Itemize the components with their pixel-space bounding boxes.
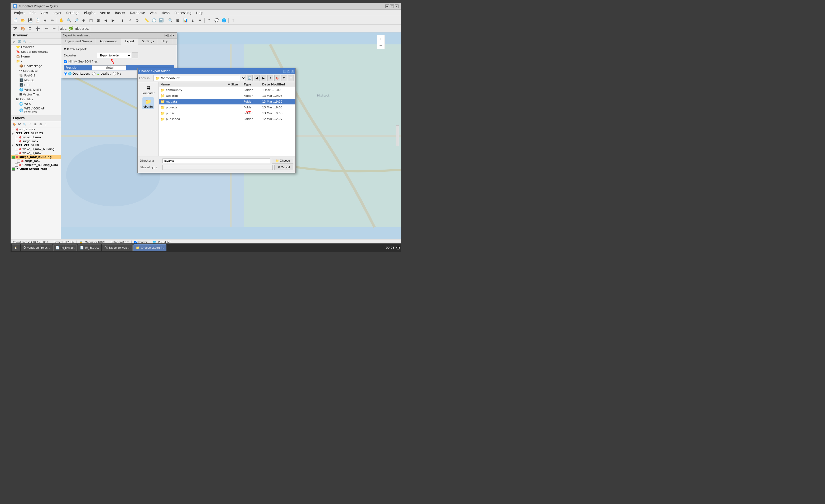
browser-filter-btn[interactable]: 🔍 xyxy=(22,39,27,44)
menu-processing[interactable]: Processing xyxy=(172,11,193,15)
refresh-btn[interactable]: 🔄 xyxy=(158,17,165,24)
save-as-btn[interactable]: 📋 xyxy=(34,17,41,24)
undo-btn[interactable]: ↩ xyxy=(43,25,50,32)
shortcut-ubuntu[interactable]: 📁 ubuntu xyxy=(142,97,154,109)
identify-btn[interactable]: ℹ xyxy=(119,17,126,24)
zoom-in-btn[interactable]: 🔍 xyxy=(65,17,72,24)
layer-check-6[interactable]: ✓ xyxy=(12,156,15,159)
file-row-published[interactable]: 📁 published Folder 12 Mar ...2:07 xyxy=(159,116,295,122)
taskbar-start[interactable]: 🐧 xyxy=(12,244,20,251)
layer-collapse-btn[interactable]: ⊟ xyxy=(38,122,43,127)
zoom-next-btn[interactable]: ▶ xyxy=(110,17,117,24)
close-btn[interactable]: × xyxy=(395,4,398,8)
radio-leaflet[interactable]: 🍃 Leaflet xyxy=(92,72,110,75)
layer-check-group2[interactable]: ▷ xyxy=(12,144,15,147)
edit-btn[interactable]: ✏ xyxy=(49,17,56,24)
zoom-full-btn[interactable]: ⊞ xyxy=(95,17,102,24)
file-row-mydata[interactable]: 📁 mydata Folder 13 Mar ...9:12 xyxy=(159,99,295,104)
tab-appearance[interactable]: Appearance xyxy=(96,39,121,45)
menu-layer[interactable]: Layer xyxy=(51,11,64,15)
zoom-out-map-btn[interactable]: − xyxy=(378,42,384,49)
redo-btn[interactable]: ↪ xyxy=(51,25,58,32)
label-btn[interactable]: abc xyxy=(75,25,81,32)
minimize-btn[interactable]: − xyxy=(385,4,389,8)
map-area[interactable]: Texas City La Marque Hitchcock + − Expor… xyxy=(61,32,401,239)
path-dropdown[interactable] xyxy=(241,75,246,81)
choose-button[interactable]: 📁 Choose xyxy=(272,158,293,163)
zoom-in-map-btn[interactable]: + xyxy=(378,36,384,42)
layer-sort-btn[interactable]: ↕ xyxy=(28,122,32,127)
taskbar-choose-folder[interactable]: 📁 Choose export f... xyxy=(134,244,166,251)
layer-filter-btn[interactable]: 🔍 xyxy=(22,122,27,127)
measure-btn[interactable]: 📏 xyxy=(143,17,150,24)
layer-group-slr0[interactable]: ▷ S33_Vf3_SLR0 xyxy=(11,143,61,147)
layer-item-surge-max-1[interactable]: surge_max xyxy=(11,127,61,131)
browser-item-root[interactable]: 📁 / xyxy=(11,59,61,64)
shortcut-computer[interactable]: 🖥 Computer xyxy=(141,84,156,96)
file-row-public[interactable]: 📁 public Folder 13 Mar ...9:08 xyxy=(159,110,295,116)
select-btn[interactable]: ↗ xyxy=(126,17,133,24)
zoom-box-btn[interactable]: □ xyxy=(88,17,94,24)
help-btn[interactable]: ? xyxy=(206,17,213,24)
choose-dialog-max[interactable]: □ xyxy=(287,70,290,73)
export-dialog-max[interactable]: □ xyxy=(168,34,171,37)
choose-dialog-close[interactable]: × xyxy=(291,70,294,73)
nav-view-list-btn[interactable]: ⊞ xyxy=(281,75,287,81)
zoom-prev-btn[interactable]: ◀ xyxy=(102,17,109,24)
layer-item-surge-max-2[interactable]: surge_max xyxy=(11,139,61,143)
layer-check-1[interactable] xyxy=(12,128,15,131)
clock-btn[interactable]: 🕐 xyxy=(150,17,157,24)
layer-check-3[interactable] xyxy=(15,140,18,143)
save-btn[interactable]: 💾 xyxy=(27,17,33,24)
layer-item-surge-building[interactable]: ✓ surge_max_building xyxy=(11,155,61,159)
browser-item-wfs[interactable]: 🌐 WFS / OGC API - Features xyxy=(11,106,61,114)
taskbar-shutdown-btn[interactable]: ⏻ xyxy=(396,245,400,250)
browser-expand-btn[interactable]: ▷ xyxy=(12,39,17,44)
tab-layers-groups[interactable]: Layers and Groups xyxy=(61,39,96,45)
layer-expand-btn[interactable]: ⊞ xyxy=(33,122,38,127)
abc-btn[interactable]: abc xyxy=(60,25,67,32)
radio-ma[interactable]: Ma xyxy=(112,72,121,75)
browser-item-vector-tiles[interactable]: ⊞ Vector Tiles xyxy=(11,92,61,97)
menu-database[interactable]: Database xyxy=(128,11,147,15)
layer-check-8[interactable] xyxy=(15,163,18,167)
browser-item-bookmarks[interactable]: 🔖 Spatial Bookmarks xyxy=(11,49,61,54)
layer-check-5[interactable] xyxy=(15,152,18,155)
export-dialog-close[interactable]: × xyxy=(172,34,175,37)
layer-item-wave-h-max-2[interactable]: wave_H_max xyxy=(11,151,61,155)
sum-btn[interactable]: Σ xyxy=(189,17,196,24)
menu-view[interactable]: View xyxy=(38,11,50,15)
layer-check-7[interactable] xyxy=(17,159,20,163)
zoom-out-btn[interactable]: 🔎 xyxy=(73,17,80,24)
calc-btn[interactable]: ≡ xyxy=(197,17,203,24)
style-btn[interactable]: 🎨 xyxy=(19,25,26,32)
menu-mesh[interactable]: Mesh xyxy=(159,11,172,15)
browser-item-wcs[interactable]: 🌐 WCS xyxy=(11,101,61,106)
nav-bookmark-btn[interactable]: 🔖 xyxy=(274,75,280,81)
menu-vector[interactable]: Vector xyxy=(98,11,112,15)
menu-project[interactable]: Project xyxy=(12,11,27,15)
layer-info-btn[interactable]: ℹ xyxy=(44,122,48,127)
layer-item-surge-max-3[interactable]: surge_max xyxy=(11,159,61,163)
filetype-input[interactable] xyxy=(162,165,273,170)
taskbar-im2[interactable]: 📄 IM_Extract xyxy=(78,244,101,251)
pan-btn[interactable]: ✋ xyxy=(58,17,65,24)
stats-btn[interactable]: 📊 xyxy=(182,17,189,24)
exporter-select[interactable]: Export to folder xyxy=(97,53,131,58)
tab-export[interactable]: Export xyxy=(121,39,138,45)
layer-group-slr173[interactable]: ▷ S33_Vf3_SLR173 xyxy=(11,131,61,135)
globe-btn[interactable]: 🌐 xyxy=(221,17,227,24)
layer-check-osm[interactable]: ✓ xyxy=(12,167,15,171)
browse-btn[interactable]: … xyxy=(132,53,138,58)
text-btn[interactable]: T xyxy=(230,17,237,24)
browser-item-xyz[interactable]: ⊞ XYZ Tiles xyxy=(11,97,61,101)
maximize-btn[interactable]: □ xyxy=(390,4,394,8)
export-dialog-min[interactable]: − xyxy=(165,34,168,37)
layer-item-wave-h-max-1[interactable]: wave_H_max xyxy=(11,135,61,139)
layer-item-complete-building[interactable]: Complete_Building_Data xyxy=(11,163,61,167)
browser-item-geopackage[interactable]: 📦 GeoPackage xyxy=(11,64,61,68)
layer-check-2[interactable] xyxy=(15,136,18,139)
layer-check-4[interactable] xyxy=(15,148,18,151)
menu-settings[interactable]: Settings xyxy=(64,11,81,15)
move-btn[interactable]: ➕ xyxy=(34,25,41,32)
